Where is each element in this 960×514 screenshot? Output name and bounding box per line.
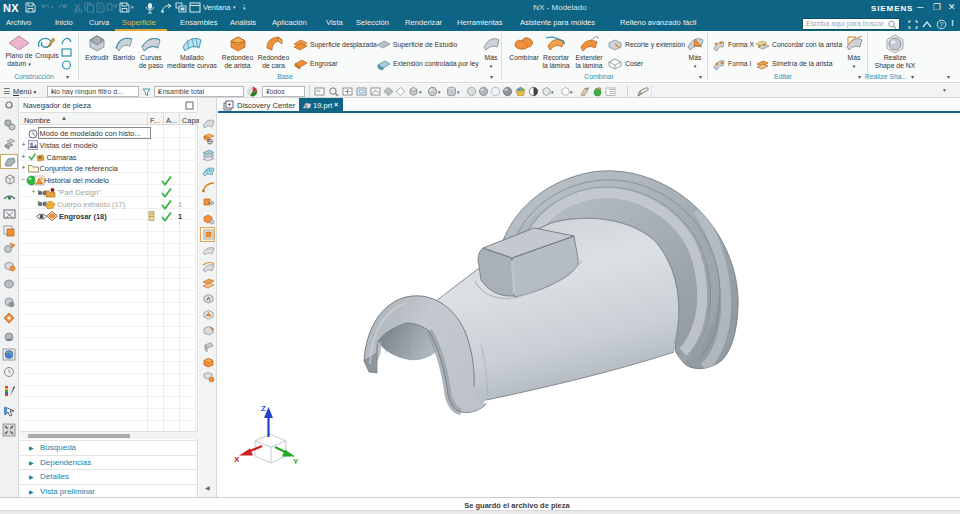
- svg-text:?: ?: [940, 21, 944, 28]
- svg-text:Y: Y: [293, 457, 299, 466]
- svg-text:X: X: [234, 455, 240, 464]
- svg-text:Z: Z: [261, 404, 266, 413]
